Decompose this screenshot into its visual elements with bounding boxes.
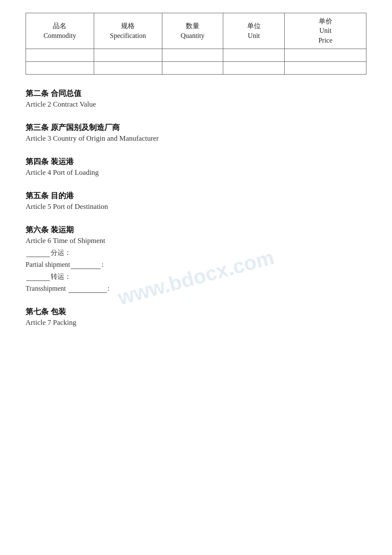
blank-underline-partial-en [71, 261, 101, 269]
price-en-line1: Unit [289, 26, 362, 35]
article6-section: 第六条 装运期 Article 6 Time of Shipment 分运： P… [26, 225, 366, 293]
article3-zh: 第三条 原产国别及制造厂商 [26, 122, 366, 133]
article4-section: 第四条 装运港 Article 4 Port of Loading [26, 156, 366, 177]
article5-section: 第五条 目的港 Article 5 Port of Destination [26, 191, 366, 211]
col-spec-header: 规格 Specification [94, 13, 162, 49]
article2-section: 第二条 合同总值 Article 2 Contract Value [26, 88, 366, 109]
article2-zh: 第二条 合同总值 [26, 88, 366, 98]
spec-en: Specification [98, 31, 158, 40]
blank-underline-trans-zh [26, 273, 50, 281]
unit-zh: 单位 [228, 21, 280, 31]
quantity-en: Quantity [167, 31, 219, 40]
table-row [26, 62, 366, 75]
partial-shipment-en-line: Partial shipment : [26, 261, 366, 269]
article5-zh: 第五条 目的港 [26, 191, 366, 201]
article4-zh: 第四条 装运港 [26, 156, 366, 167]
spec-zh: 规格 [98, 21, 158, 31]
commodity-en: Commodity [30, 31, 89, 40]
article6-zh: 第六条 装运期 [26, 225, 366, 235]
article6-en: Article 6 Time of Shipment [26, 237, 366, 245]
price-en-line2: Price [289, 36, 362, 45]
article7-en: Article 7 Packing [26, 318, 366, 327]
col-unit-header: 单位 Unit [223, 13, 285, 49]
unit-en: Unit [228, 31, 280, 40]
article2-en: Article 2 Contract Value [26, 100, 366, 109]
col-price-header: 单价 Unit Price [285, 13, 366, 49]
article4-en: Article 4 Port of Loading [26, 168, 366, 177]
price-zh: 单价 [289, 17, 362, 26]
table-row [26, 49, 366, 62]
article7-zh: 第七条 包装 [26, 306, 366, 317]
blank-underline-partial-zh [26, 249, 50, 257]
contract-table: 品名 Commodity 规格 Specification 数量 Quantit… [26, 13, 366, 75]
article7-section: 第七条 包装 Article 7 Packing [26, 306, 366, 327]
article3-section: 第三条 原产国别及制造厂商 Article 3 Country of Origi… [26, 122, 366, 143]
col-commodity-header: 品名 Commodity [26, 13, 94, 49]
article5-en: Article 5 Port of Destination [26, 202, 366, 211]
table-header-row: 品名 Commodity 规格 Specification 数量 Quantit… [26, 13, 366, 49]
commodity-zh: 品名 [30, 21, 89, 31]
blank-underline-trans-en [69, 285, 107, 293]
article3-en: Article 3 Country of Origin and Manufact… [26, 134, 366, 143]
transshipment-zh-line: 转运： [26, 272, 366, 281]
partial-shipment-zh-line: 分运： [26, 249, 366, 257]
quantity-zh: 数量 [167, 21, 219, 31]
col-quantity-header: 数量 Quantity [162, 13, 223, 49]
transshipment-en-line: Transshipment : [26, 285, 366, 293]
